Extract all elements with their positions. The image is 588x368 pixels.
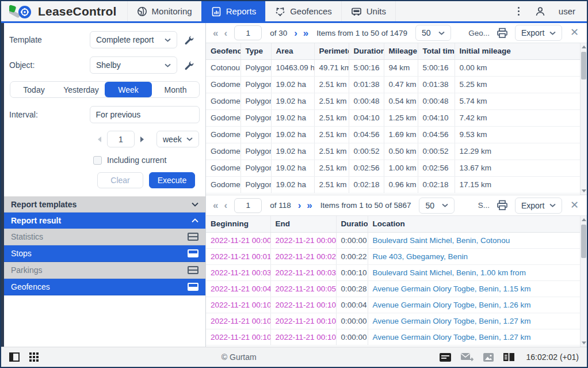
close-icon[interactable]: ✕ <box>566 199 581 213</box>
table-row[interactable]: CotonouPolygon10463.09 ha49.71 km5:00:16… <box>206 59 581 76</box>
interval-count-input[interactable] <box>107 131 135 147</box>
kebab-menu-icon[interactable] <box>516 5 522 18</box>
clear-button[interactable]: Clear <box>97 172 143 188</box>
vertical-scrollbar[interactable] <box>580 216 587 347</box>
export-button[interactable]: Export <box>515 25 562 41</box>
last-page-icon[interactable]: » <box>302 28 310 38</box>
stepper-prev-icon[interactable] <box>98 136 101 142</box>
print-icon[interactable] <box>497 28 508 39</box>
template-select[interactable]: Complete report <box>90 31 177 48</box>
column-header[interactable]: End <box>270 216 336 232</box>
column-header[interactable]: Area <box>271 43 314 59</box>
first-page-icon[interactable]: « <box>212 28 219 38</box>
column-header[interactable]: Duration <box>336 216 368 232</box>
result-item-parkings[interactable]: Parkings <box>4 262 205 279</box>
next-page-icon[interactable]: › <box>297 200 303 210</box>
username-label[interactable]: user <box>559 6 575 16</box>
column-header[interactable]: Duration in <box>349 43 384 59</box>
including-current-checkbox[interactable] <box>93 156 102 165</box>
interval-unit-select[interactable]: weeks <box>156 131 199 147</box>
scrollbar-thumb[interactable] <box>581 52 586 79</box>
table-cell: Polygon <box>240 176 271 193</box>
prev-page-icon[interactable]: ‹ <box>223 28 228 38</box>
tab-units[interactable]: Units <box>341 1 396 21</box>
table-row[interactable]: 2022-11-21 00:03:402022-11-21 00:03:500:… <box>206 264 581 280</box>
print-icon[interactable] <box>497 200 508 211</box>
stepper-next-icon[interactable] <box>140 136 144 142</box>
table-row[interactable]: 2022-11-21 00:10:542022-11-21 00:10:540:… <box>206 329 581 345</box>
column-header[interactable]: Perimeter <box>314 43 349 59</box>
scrollbar-thumb[interactable] <box>581 225 586 258</box>
export-label: Export <box>521 201 545 210</box>
page-size-select[interactable]: 50 <box>415 25 451 41</box>
tab-reports[interactable]: Reports <box>201 1 266 21</box>
column-header[interactable]: Geofence <box>206 43 240 59</box>
result-item-statistics[interactable]: Statistics <box>4 229 205 245</box>
column-header[interactable]: Total time <box>418 43 455 59</box>
table-row[interactable]: GodomeyPolygon19.02 ha2.51 km0:00:520.50… <box>206 143 581 160</box>
log-card-icon[interactable] <box>440 353 451 362</box>
split-panel-icon[interactable] <box>503 353 514 361</box>
execute-button[interactable]: Execute <box>149 172 195 188</box>
table-row[interactable]: GodomeyPolygon19.02 ha2.51 km0:02:180.96… <box>206 176 581 193</box>
object-wrench-icon[interactable] <box>184 60 194 70</box>
close-icon[interactable]: ✕ <box>566 26 581 40</box>
table-cell: 0:04:10 <box>418 109 455 126</box>
table-row[interactable]: GodomeyPolygon19.02 ha2.51 km0:02:561.00… <box>206 160 581 176</box>
collapse-sidebar-icon[interactable] <box>9 352 20 362</box>
table-cell: Godomey <box>206 160 240 176</box>
last-page-icon[interactable]: » <box>306 200 313 210</box>
column-header[interactable]: Location <box>368 216 581 232</box>
range-month-button[interactable]: Month <box>152 82 199 97</box>
table-row[interactable]: GodomeyPolygon19.02 ha2.51 km0:01:380.47… <box>206 76 581 93</box>
scrollbar-down-icon[interactable] <box>581 339 587 347</box>
table-cell: 5.74 km <box>455 93 581 109</box>
page-number-input[interactable] <box>234 25 262 40</box>
report-results-area: « ‹ of 30 › » Items from 1 to 50 of 1479… <box>206 23 587 347</box>
column-header[interactable]: Initial mileage <box>455 43 581 59</box>
tab-geofences[interactable]: Geofences <box>265 1 341 21</box>
next-page-icon[interactable]: › <box>293 28 299 38</box>
mail-forward-icon[interactable] <box>461 353 474 362</box>
gallery-icon[interactable] <box>483 353 494 362</box>
template-wrench-icon[interactable] <box>184 35 194 45</box>
sidebar-scrollbar[interactable] <box>1 23 4 347</box>
page-size-select[interactable]: 50 <box>419 198 455 214</box>
table-row[interactable]: 2022-11-21 00:10:162022-11-21 00:10:200:… <box>206 297 581 313</box>
export-button[interactable]: Export <box>515 198 562 214</box>
user-icon[interactable] <box>534 6 546 17</box>
interval-mode-select[interactable]: For previous <box>90 106 200 123</box>
prev-page-icon[interactable]: ‹ <box>223 200 228 210</box>
result-item-geofences[interactable]: Geofences <box>4 279 205 295</box>
range-yesterday-button[interactable]: Yesterday <box>58 82 105 97</box>
section-report-result[interactable]: Report result <box>4 213 205 229</box>
polygon-icon <box>275 6 285 17</box>
table-row[interactable]: GodomeyPolygon19.02 ha2.51 km0:00:480.54… <box>206 93 581 109</box>
table-row[interactable]: GodomeyPolygon19.02 ha2.51 km0:04:101.25… <box>206 109 581 126</box>
range-today-button[interactable]: Today <box>10 82 58 97</box>
table-cell: 5.25 km <box>455 76 581 93</box>
section-report-templates[interactable]: Report templates <box>4 196 205 213</box>
table-row[interactable]: GodomeyPolygon19.02 ha2.51 km0:04:561.69… <box>206 126 581 143</box>
first-page-icon[interactable]: « <box>212 200 219 210</box>
column-header[interactable]: Type <box>240 43 271 59</box>
scrollbar-down-icon[interactable] <box>581 187 587 195</box>
table-cell: 0:00:48 <box>418 93 455 109</box>
vertical-scrollbar[interactable] <box>580 43 587 195</box>
column-header[interactable]: Beginning <box>206 216 270 232</box>
scrollbar-up-icon[interactable] <box>581 43 587 51</box>
result-item-stops[interactable]: Stops <box>4 245 205 262</box>
scrollbar-up-icon[interactable] <box>581 216 587 223</box>
tab-monitoring[interactable]: Monitoring <box>127 1 201 21</box>
grid-view-icon[interactable] <box>29 352 39 362</box>
page-number-input[interactable] <box>234 198 262 213</box>
table-row[interactable]: 2022-11-21 00:04:322022-11-21 00:05:000:… <box>206 280 581 297</box>
object-select[interactable]: Shelby <box>90 56 177 74</box>
table-row[interactable]: 2022-11-21 00:00:062022-11-21 00:00:060:… <box>206 232 581 248</box>
range-week-button[interactable]: Week <box>105 82 152 97</box>
table-row[interactable]: 2022-11-21 00:10:382022-11-21 00:10:380:… <box>206 313 581 329</box>
tab-label: Units <box>366 6 386 16</box>
table-row[interactable]: 2022-11-21 00:01:502022-11-21 00:02:120:… <box>206 248 581 264</box>
chevron-down-icon <box>442 203 448 207</box>
column-header[interactable]: Mileage <box>384 43 418 59</box>
